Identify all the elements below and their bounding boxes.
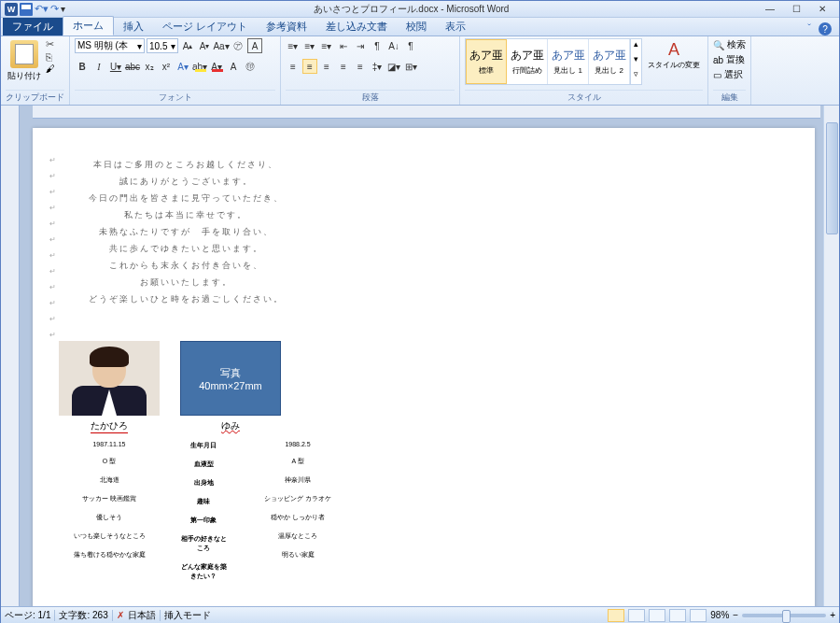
change-styles-button[interactable]: A スタイルの変更 (645, 38, 703, 72)
bullets-button[interactable]: ≡▾ (286, 38, 301, 53)
view-draft[interactable] (690, 609, 707, 622)
style-scroll-up[interactable]: ▴ (631, 39, 641, 54)
ribbon-tabs: ファイル ホーム 挿入 ページ レイアウト 参考資料 差し込み文書 校閲 表示 … (1, 18, 839, 36)
greeting-text[interactable]: 本日はご多用のところお越しくださり、 誠にありがとうございます。 今日の門出を皆… (20, 156, 796, 307)
ribbon-minimize-icon[interactable]: ˇ (807, 22, 811, 35)
tab-references[interactable]: 参考資料 (257, 18, 316, 35)
tab-review[interactable]: 校閲 (397, 18, 436, 35)
show-marks-button[interactable]: ¶ (403, 38, 418, 53)
change-case-button[interactable]: Aa▾ (214, 38, 229, 53)
italic-button[interactable]: I (91, 59, 106, 74)
underline-button[interactable]: U▾ (108, 59, 123, 74)
copy-icon[interactable] (46, 51, 55, 63)
style-normal[interactable]: あア亜標準 (466, 39, 507, 84)
shrink-font-button[interactable]: A▾ (197, 38, 212, 53)
statusbar: ページ: 1/1 文字数: 263 ✗ 日本語 挿入モード 98% − + (1, 606, 839, 623)
phonetic-button[interactable]: ㋐ (231, 38, 245, 53)
multilevel-button[interactable]: ≡▾ (319, 38, 334, 53)
style-expand[interactable]: ▿ (631, 69, 641, 84)
save-icon[interactable] (20, 3, 33, 16)
profile-name-1[interactable]: たかひろ (91, 419, 128, 433)
zoom-level[interactable]: 98% (710, 610, 729, 620)
group-editing: 🔍検索 ab置換 ▭選択 編集 (708, 36, 751, 105)
replace-icon: ab (713, 55, 723, 65)
font-color-button[interactable]: A▾ (209, 59, 224, 74)
help-icon[interactable]: ? (819, 22, 832, 35)
tab-insert[interactable]: 挿入 (114, 18, 153, 35)
shading-button[interactable]: ◪▾ (386, 59, 401, 74)
document-area: ↵↵↵↵↵↵↵↵↵↵↵↵ 本日はご多用のところお越しくださり、 誠にありがとうご… (1, 106, 839, 606)
photo-person[interactable] (59, 341, 160, 416)
view-print-layout[interactable] (608, 609, 624, 622)
status-mode[interactable]: 挿入モード (164, 609, 211, 622)
sort-button[interactable]: A↓ (386, 38, 401, 53)
zoom-in-button[interactable]: + (830, 610, 835, 620)
close-button[interactable]: ✕ (809, 2, 835, 17)
replace-button[interactable]: ab置換 (713, 53, 746, 66)
style-scroll-down[interactable]: ▾ (631, 54, 641, 69)
redo-icon[interactable]: ↷ (50, 3, 59, 15)
align-left-button[interactable]: ≡ (286, 59, 301, 74)
undo-icon[interactable]: ↶▾ (35, 3, 49, 15)
tab-layout[interactable]: ページ レイアウト (153, 18, 257, 35)
status-wordcount[interactable]: 文字数: 263 (59, 609, 107, 622)
select-button[interactable]: ▭選択 (713, 68, 746, 81)
format-painter-icon[interactable] (46, 64, 55, 74)
tab-home[interactable]: ホーム (63, 16, 114, 35)
select-icon: ▭ (713, 70, 721, 80)
text-effects-button[interactable]: A▾ (175, 59, 190, 74)
numbering-button[interactable]: ≡▾ (302, 38, 317, 53)
minimize-button[interactable]: — (757, 2, 783, 17)
decrease-indent-button[interactable]: ⇤ (336, 38, 351, 53)
find-button[interactable]: 🔍検索 (713, 38, 746, 51)
vertical-ruler[interactable] (1, 106, 20, 606)
view-fullscreen[interactable] (628, 609, 645, 622)
char-shading-button[interactable]: A (226, 59, 241, 74)
paste-label: 貼り付け (7, 70, 41, 82)
char-border-button[interactable]: A (247, 38, 262, 53)
style-heading1[interactable]: あア亜見出し 1 (548, 39, 589, 84)
font-size-select[interactable]: 10.5▾ (147, 38, 178, 53)
vertical-scrollbar[interactable] (823, 106, 839, 606)
proofing-icon[interactable]: ✗ (117, 610, 124, 620)
profile-name-2[interactable]: ゆみ (221, 419, 240, 432)
status-language[interactable]: 日本語 (128, 609, 156, 622)
align-right-button[interactable]: ≡ (319, 59, 334, 74)
bold-button[interactable]: B (75, 59, 90, 74)
view-web[interactable] (649, 609, 665, 622)
tab-file[interactable]: ファイル (3, 18, 63, 35)
grow-font-button[interactable]: A▴ (180, 38, 195, 53)
line-spacing-button[interactable]: ‡▾ (370, 59, 385, 74)
ltr-button[interactable]: ¶ (370, 38, 385, 53)
document-page[interactable]: ↵↵↵↵↵↵↵↵↵↵↵↵ 本日はご多用のところお越しくださり、 誠にありがとうご… (33, 128, 815, 606)
align-center-button[interactable]: ≡ (302, 59, 317, 74)
photo-placeholder[interactable]: 写真 40mm×27mm (180, 341, 281, 416)
zoom-slider[interactable] (742, 614, 826, 617)
tab-mailings[interactable]: 差し込み文書 (316, 18, 397, 35)
strike-button[interactable]: abc (125, 59, 140, 74)
find-icon: 🔍 (713, 40, 724, 50)
zoom-out-button[interactable]: − (733, 610, 738, 620)
style-no-spacing[interactable]: あア亜行間詰め (507, 39, 548, 84)
tab-view[interactable]: 表示 (436, 18, 475, 35)
font-group-label: フォント (75, 90, 275, 105)
profile-table[interactable]: 1987.11.15 O 型 北海道 サッカー 映画鑑賞 優しそう いつも楽しそ… (59, 441, 796, 590)
window-title: あいさつとプロフィール.docx - Microsoft Word (65, 3, 757, 16)
style-gallery[interactable]: あア亜標準 あア亜行間詰め あア亜見出し 1 あア亜見出し 2 ▴ ▾ ▿ (465, 38, 642, 85)
paste-button[interactable]: 貼り付け (6, 38, 43, 84)
font-name-select[interactable]: MS 明朝 (本▾ (75, 38, 145, 53)
justify-button[interactable]: ≡ (336, 59, 351, 74)
distribute-button[interactable]: ≡ (353, 59, 368, 74)
maximize-button[interactable]: ☐ (783, 2, 809, 17)
style-heading2[interactable]: あア亜見出し 2 (589, 39, 630, 84)
highlight-button[interactable]: ab▾ (192, 59, 207, 74)
increase-indent-button[interactable]: ⇥ (353, 38, 368, 53)
enclose-char-button[interactable]: ㊞ (243, 59, 258, 74)
view-outline[interactable] (669, 609, 686, 622)
superscript-button[interactable]: x² (159, 59, 174, 74)
borders-button[interactable]: ⊞▾ (403, 59, 418, 74)
scrollbar-thumb[interactable] (826, 122, 838, 234)
subscript-button[interactable]: x₂ (142, 59, 157, 74)
cut-icon[interactable] (46, 38, 55, 50)
status-page[interactable]: ページ: 1/1 (5, 609, 50, 622)
